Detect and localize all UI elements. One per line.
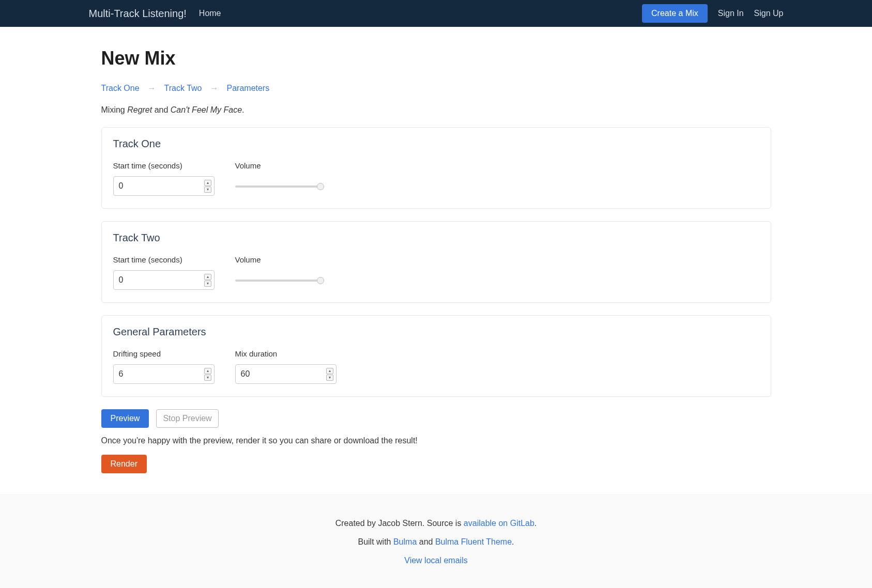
general-parameters-card: General Parameters Drifting speed ▴ ▾ Mi… [101,315,771,397]
mixing-track2: Can't Feel My Face [171,105,242,114]
track-one-volume-slider[interactable] [235,185,324,188]
breadcrumb-parameters[interactable]: Parameters [227,84,270,93]
track-one-volume-label: Volume [235,161,324,170]
stepper-down-icon[interactable]: ▾ [204,187,211,193]
preview-button[interactable]: Preview [101,409,149,428]
track-two-heading: Track Two [113,232,759,244]
footer-bulma-link[interactable]: Bulma [393,537,417,546]
duration-input[interactable] [235,364,336,384]
mixing-and: and [152,105,171,114]
brand-link[interactable]: Multi-Track Listening! [89,8,187,20]
duration-label: Mix duration [235,349,336,358]
stop-preview-button[interactable]: Stop Preview [156,409,218,428]
track-one-start-label: Start time (seconds) [113,161,215,170]
track-one-card: Track One Start time (seconds) ▴ ▾ Volum… [101,127,771,209]
track-two-start-label: Start time (seconds) [113,255,215,264]
stepper-down-icon[interactable]: ▾ [326,375,333,381]
nav-signin[interactable]: Sign In [718,9,744,18]
stepper-up-icon[interactable]: ▴ [204,180,211,186]
mixing-prefix: Mixing [101,105,128,114]
breadcrumb-track-two[interactable]: Track Two [164,84,202,93]
mixing-suffix: . [242,105,244,114]
footer-text: and [417,537,435,546]
breadcrumb: Track One → Track Two → Parameters [101,84,771,93]
track-one-start-input[interactable] [113,176,215,196]
breadcrumb-track-one[interactable]: Track One [101,84,140,93]
footer-text: Built with [358,537,393,546]
mixing-summary: Mixing Regret and Can't Feel My Face. [101,105,771,115]
breadcrumb-sep: → [148,84,156,93]
nav-signup[interactable]: Sign Up [754,9,784,18]
render-button[interactable]: Render [101,455,147,473]
track-two-card: Track Two Start time (seconds) ▴ ▾ Volum… [101,221,771,303]
main-content: New Mix Track One → Track Two → Paramete… [89,27,784,494]
general-heading: General Parameters [113,326,759,338]
mixing-track1: Regret [127,105,152,114]
footer: Created by Jacob Stern. Source is availa… [0,494,872,588]
stepper-down-icon[interactable]: ▾ [204,281,211,287]
breadcrumb-sep: → [210,84,219,93]
footer-text: Created by Jacob Stern. Source is [335,519,464,528]
render-help-text: Once you're happy with the preview, rend… [101,436,771,445]
footer-text: . [534,519,537,528]
nav-home[interactable]: Home [199,9,221,18]
track-two-volume-label: Volume [235,255,324,264]
footer-text: . [512,537,514,546]
footer-bulma-theme-link[interactable]: Bulma Fluent Theme [435,537,512,546]
stepper-up-icon[interactable]: ▴ [204,274,211,280]
drift-label: Drifting speed [113,349,215,358]
stepper-up-icon[interactable]: ▴ [204,368,211,374]
navbar: Multi-Track Listening! Home Create a Mix… [0,0,872,27]
track-two-volume-slider[interactable] [235,280,324,282]
track-one-heading: Track One [113,138,759,150]
track-two-start-input[interactable] [113,270,215,290]
footer-gitlab-link[interactable]: available on GitLab [464,519,534,528]
stepper-down-icon[interactable]: ▾ [204,375,211,381]
create-mix-button[interactable]: Create a Mix [642,4,708,23]
footer-local-emails-link[interactable]: View local emails [404,556,467,565]
page-title: New Mix [101,48,771,69]
drift-input[interactable] [113,364,215,384]
stepper-up-icon[interactable]: ▴ [326,368,333,374]
